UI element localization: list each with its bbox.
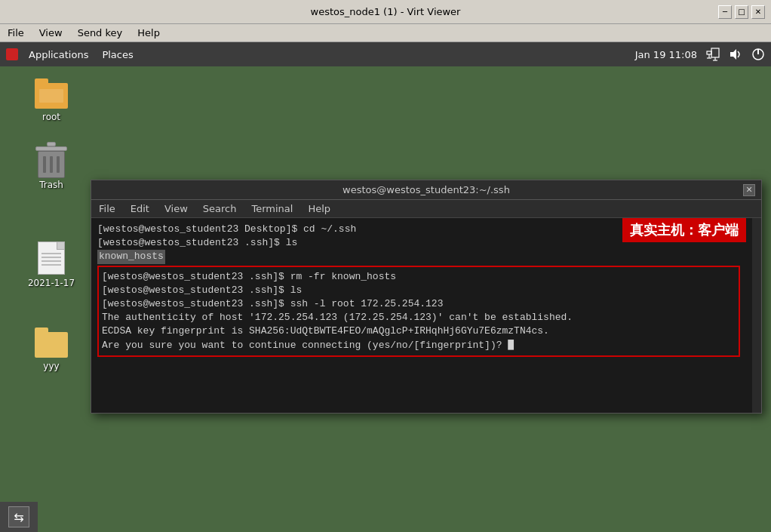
taskbar: ⇆ xyxy=(0,502,38,532)
terminal-menu: File Edit View Search Terminal Help xyxy=(91,200,761,218)
terminal-title: westos@westos_student23:~/.ssh xyxy=(342,184,510,195)
show-desktop-button[interactable]: ⇆ xyxy=(8,506,29,527)
annotation-label: 真实主机：客户端 xyxy=(622,218,746,242)
root-folder-label: root xyxy=(42,112,60,122)
yyy-folder-label: yyy xyxy=(43,361,59,371)
desktop-icon-file[interactable]: 2021-1-17 xyxy=(21,240,81,288)
applications-menu[interactable]: Applications xyxy=(23,46,94,63)
menu-help[interactable]: Help xyxy=(133,26,164,40)
terminal-title-bar: westos@westos_student23:~/.ssh ✕ xyxy=(91,180,761,200)
network-icon[interactable] xyxy=(706,48,720,61)
power-icon[interactable] xyxy=(751,48,765,61)
applications-icon xyxy=(6,48,18,60)
places-menu[interactable]: Places xyxy=(96,46,139,63)
gnome-panel-left: Applications Places xyxy=(6,46,140,63)
terminal-close-button[interactable]: ✕ xyxy=(743,184,755,196)
menu-file[interactable]: File xyxy=(3,26,29,40)
menu-sendkey[interactable]: Send key xyxy=(73,26,127,40)
terminal-line-7: The authenticity of host '172.25.254.123… xyxy=(102,311,736,324)
trash-icon xyxy=(33,142,69,178)
terminal-menu-terminal[interactable]: Terminal xyxy=(247,201,297,216)
datetime-display: Jan 19 11:08 xyxy=(635,49,697,60)
terminal-menu-help[interactable]: Help xyxy=(303,201,335,216)
gnome-panel-right: Jan 19 11:08 xyxy=(635,48,765,61)
svg-marker-6 xyxy=(730,49,736,60)
window-title: westos_node1 (1) - Virt Viewer xyxy=(311,6,461,17)
terminal-window: westos@westos_student23:~/.ssh ✕ File Ed… xyxy=(91,180,762,414)
title-bar: westos_node1 (1) - Virt Viewer ─ □ ✕ xyxy=(0,0,771,24)
desktop-icon-yyy[interactable]: yyy xyxy=(21,323,81,371)
terminal-line-8: ECDSA key fingerprint is SHA256:UdQtBWTE… xyxy=(102,324,736,338)
menu-view[interactable]: View xyxy=(35,26,67,40)
root-folder-icon xyxy=(33,74,69,110)
terminal-body[interactable]: [westos@westos_student23 Desktop]$ cd ~/… xyxy=(91,218,761,413)
terminal-line-9: Are you sure you want to continue connec… xyxy=(102,339,736,352)
svg-rect-0 xyxy=(707,51,711,54)
gnome-panel: Applications Places Jan 19 11:08 xyxy=(0,42,771,66)
file-icon xyxy=(33,240,69,276)
close-button[interactable]: ✕ xyxy=(751,5,765,19)
terminal-menu-file[interactable]: File xyxy=(94,201,120,216)
terminal-line-5: [westos@westos_student23 .ssh]$ ls xyxy=(102,284,736,297)
file-label: 2021-1-17 xyxy=(28,278,75,288)
volume-icon[interactable] xyxy=(729,48,742,61)
maximize-button[interactable]: □ xyxy=(735,5,748,19)
svg-rect-1 xyxy=(711,48,719,57)
terminal-menu-view[interactable]: View xyxy=(160,201,192,216)
terminal-line-4: [westos@westos_student23 .ssh]$ rm -fr k… xyxy=(102,270,736,284)
minimize-button[interactable]: ─ xyxy=(718,5,732,19)
terminal-line-6: [westos@westos_student23 .ssh]$ ssh -l r… xyxy=(102,297,736,311)
terminal-line-3: known_hosts xyxy=(97,250,165,263)
desktop-icon-root[interactable]: root xyxy=(21,74,81,122)
terminal-menu-search[interactable]: Search xyxy=(198,201,241,216)
trash-label: Trash xyxy=(39,180,63,190)
menu-bar: File View Send key Help xyxy=(0,24,771,42)
yyy-folder-icon xyxy=(33,323,69,359)
desktop-icon-trash[interactable]: Trash xyxy=(21,142,81,190)
desktop: root Trash xyxy=(0,66,771,532)
terminal-menu-edit[interactable]: Edit xyxy=(126,201,154,216)
